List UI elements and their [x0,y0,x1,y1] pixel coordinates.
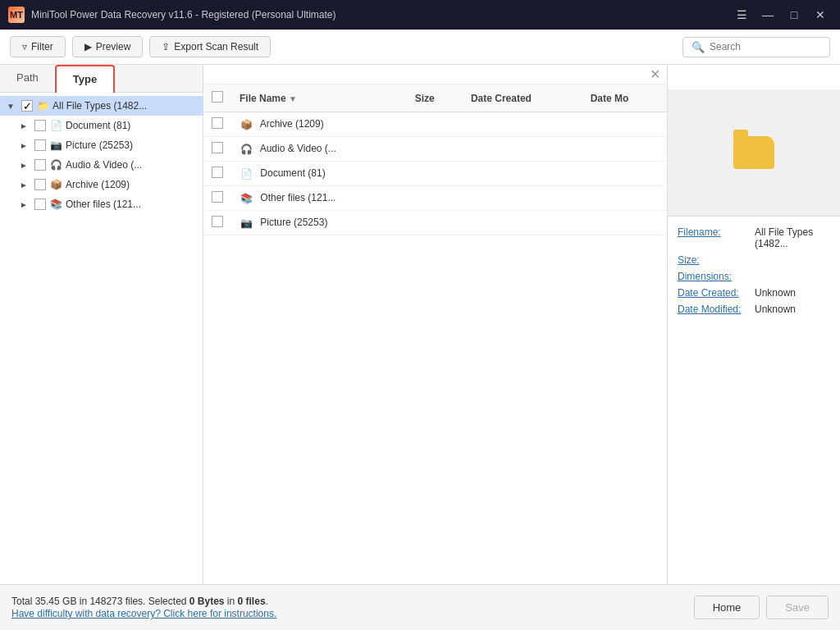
tree-item-picture[interactable]: ► 📷 Picture (25253) [0,135,203,155]
file-table: File Name ▼ Size Date Created Date Mo [203,84,667,235]
search-input[interactable] [710,41,824,52]
col-size[interactable]: Size [407,84,463,112]
checkbox-audiovideo[interactable] [34,159,46,171]
table-row[interactable]: 📷 Picture (25253) [203,211,667,235]
select-all-checkbox[interactable] [212,91,223,103]
menu-button[interactable]: ☰ [730,5,753,25]
datecreated-value: Unknown [755,287,796,299]
close-button[interactable]: ✕ [809,5,832,25]
tree-item-audiovideo-label: Audio & Video (... [66,159,142,171]
row-checkbox[interactable] [212,191,223,203]
toolbar: ▿ Filter ▶ Preview ⇪ Export Scan Result … [0,30,840,65]
col-filename[interactable]: File Name ▼ [231,84,407,112]
preview-icon: ▶ [84,41,92,52]
table-row[interactable]: 🎧 Audio & Video (... [203,137,667,162]
minimize-button[interactable]: — [756,5,779,25]
search-box: 🔍 [682,37,830,57]
expand-arrow-picture[interactable]: ► [20,141,31,150]
checkbox-other[interactable] [34,199,46,210]
checkbox-picture[interactable] [34,139,46,151]
dimensions-label[interactable]: Dimensions: [678,271,751,282]
expand-arrow-audiovideo[interactable]: ► [20,161,31,170]
checkbox-archive[interactable] [34,179,46,190]
row-checkbox-cell[interactable] [203,211,231,235]
preview-button[interactable]: ▶ Preview [72,36,144,57]
expand-arrow-all[interactable]: ▼ [7,102,18,111]
row-size-cell [407,137,463,162]
tree-item-audiovideo[interactable]: ► 🎧 Audio & Video (... [0,155,203,175]
tree-item-all[interactable]: ▼ ✓ 📁 All File Types (1482... [0,96,203,116]
status-left: Total 35.45 GB in 148273 files. Selected… [11,596,694,619]
row-datecreated-cell [463,186,582,211]
row-datecreated-cell [463,211,582,235]
row-size-cell [407,162,463,186]
img-icon-picture: 📷 [49,139,62,152]
row-filename-cell: 📚 Other files (121... [231,186,407,211]
filter-icon: ▿ [22,41,27,52]
info-datemodified-row: Date Modified: Unknown [678,304,830,315]
img-row-icon: 📷 [240,217,253,230]
row-checkbox[interactable] [212,117,223,129]
tree-item-document[interactable]: ► 📄 Document (81) [0,116,203,135]
table-header-row: File Name ▼ Size Date Created Date Mo [203,84,667,112]
tree-item-archive[interactable]: ► 📦 Archive (1209) [0,175,203,194]
table-row[interactable]: 📚 Other files (121... [203,186,667,211]
maximize-button[interactable]: □ [783,5,806,25]
filename-label[interactable]: Filename: [678,226,751,249]
help-link[interactable]: Have difficulty with data recovery? Clic… [11,608,276,619]
file-list-scroll[interactable]: File Name ▼ Size Date Created Date Mo [203,84,667,584]
other-row-icon: 📚 [240,192,253,205]
status-buttons: Home Save [694,596,829,619]
col-checkbox [203,84,231,112]
archive-row-icon: 📦 [240,118,253,131]
window-controls: ☰ — □ ✕ [730,5,832,25]
filter-button[interactable]: ▿ Filter [10,36,66,57]
left-panel: Path Type ▼ ✓ 📁 All File Types (1482... … [0,65,203,584]
tree-item-all-label: All File Types (1482... [52,100,147,112]
checkbox-all[interactable]: ✓ [21,100,33,112]
row-checkbox[interactable] [212,142,223,153]
filename-value: All File Types (1482... [755,226,830,249]
status-bar: Total 35.45 GB in 148273 files. Selected… [0,584,840,630]
row-datemodified-cell [582,211,667,235]
row-checkbox-cell[interactable] [203,137,231,162]
info-datecreated-row: Date Created: Unknown [678,287,830,299]
expand-arrow-archive[interactable]: ► [20,180,31,189]
checkbox-document[interactable] [34,120,46,131]
info-dimensions-row: Dimensions: [678,271,830,282]
row-checkbox-cell[interactable] [203,186,231,211]
tree-item-other[interactable]: ► 📚 Other files (121... [0,194,203,214]
row-checkbox[interactable] [212,216,223,227]
row-size-cell [407,112,463,137]
main-area: Path Type ▼ ✓ 📁 All File Types (1482... … [0,65,840,584]
row-size-cell [407,186,463,211]
sort-icon: ▼ [289,94,297,103]
row-filename-cell: 🎧 Audio & Video (... [231,137,407,162]
expand-arrow-other[interactable]: ► [20,200,31,209]
table-row[interactable]: 📄 Document (81) [203,162,667,186]
row-checkbox[interactable] [212,167,223,178]
size-label[interactable]: Size: [678,254,751,266]
save-button[interactable]: Save [766,596,829,619]
row-checkbox-cell[interactable] [203,112,231,137]
table-row[interactable]: 📦 Archive (1209) [203,112,667,137]
row-datemodified-cell [582,186,667,211]
datecreated-label[interactable]: Date Created: [678,287,751,299]
col-datecreated[interactable]: Date Created [463,84,582,112]
col-datemodified[interactable]: Date Mo [582,84,667,112]
title-bar: MT MiniTool Power Data Recovery v11.6 - … [0,0,840,30]
export-button[interactable]: ⇪ Export Scan Result [149,36,271,57]
other-icon: 📚 [49,198,62,211]
expand-arrow-document[interactable]: ► [20,121,31,130]
center-panel: ✕ File Name ▼ Size [203,65,668,584]
center-close-button[interactable]: ✕ [203,65,667,84]
tab-path[interactable]: Path [0,65,55,92]
row-filename-cell: 📦 Archive (1209) [231,112,407,137]
row-datecreated-cell [463,112,582,137]
row-checkbox-cell[interactable] [203,162,231,186]
home-button[interactable]: Home [694,596,760,619]
tree-item-archive-label: Archive (1209) [66,179,130,190]
tab-type[interactable]: Type [55,65,115,93]
status-text: Total 35.45 GB in 148273 files. Selected… [11,596,694,607]
datemodified-label[interactable]: Date Modified: [678,304,751,315]
